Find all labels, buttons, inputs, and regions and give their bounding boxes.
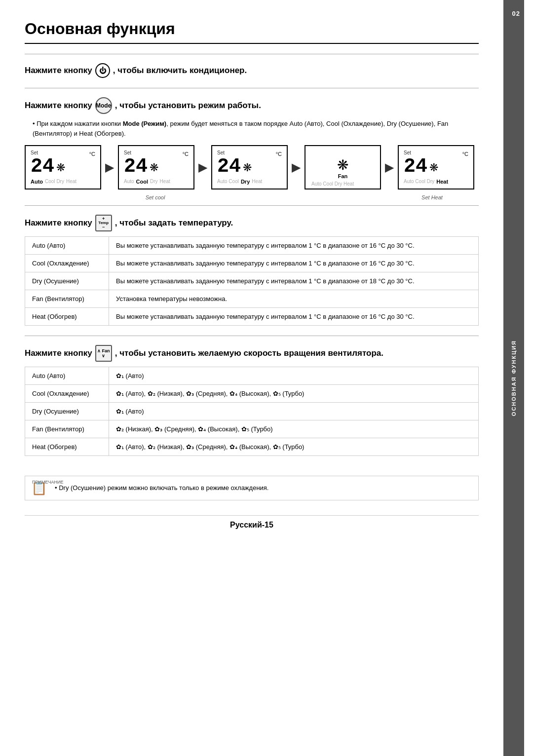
fan-table: Auto (Авто) ✿₁ (Авто) Cool (Охлаждение) … — [25, 367, 479, 456]
fan-desc-cool: ✿₁ (Авто), ✿₂ (Низкая), ✿₃ (Средняя), ✿₄… — [109, 385, 479, 403]
auto-mode-active: Auto — [31, 179, 43, 185]
table-row: Fan (Вентилятор) Установка температуры н… — [25, 290, 479, 308]
mode-instruction: Нажмите кнопку Mode , чтобы установить р… — [25, 97, 479, 114]
displays-row: Set °C 24 ❋ Auto Cool Dry Heat — [25, 145, 479, 189]
fan-button-icon: ∧ Fan ∨ — [95, 345, 112, 362]
table-row: Fan (Вентилятор) ✿₂ (Низкая), ✿₃ (Средня… — [25, 420, 479, 438]
temp-section: Нажмите кнопку + Temp − , чтобы задать т… — [25, 205, 479, 336]
set-cool-label: Set cool — [117, 194, 193, 200]
fan-mode-fan: Fan (Вентилятор) — [25, 420, 109, 438]
heat-mode-heat: Heat — [436, 179, 448, 185]
temp-mode-cool: Cool (Охлаждение) — [25, 255, 109, 272]
display-fan: ❋ Fan Auto Cool Dry Heat — [305, 145, 381, 189]
temp-desc-heat: Вы можете устанавливать заданную темпера… — [109, 308, 479, 326]
auto-mode-heat: Heat — [66, 179, 76, 185]
arrow-3: ▶ — [292, 160, 301, 174]
heat-mode-auto: Auto Cool Dry — [404, 179, 434, 185]
fan-desc-heat: ✿₁ (Авто), ✿₂ (Низкая), ✿₃ (Средняя), ✿₄… — [109, 438, 479, 456]
power-suffix: , чтобы включить кондиционер. — [113, 66, 247, 76]
fan-mode-dry: Dry (Осушение) — [25, 403, 109, 420]
cool-mode-auto: Auto — [124, 179, 134, 185]
auto-fan-sym: ❋ — [56, 161, 65, 174]
temp-prefix: Нажмите кнопку — [25, 218, 92, 228]
dry-temp: 24 — [217, 157, 241, 177]
fan-desc-auto: ✿₁ (Авто) — [109, 367, 479, 385]
table-row: Cool (Охлаждение) ✿₁ (Авто), ✿₂ (Низкая)… — [25, 385, 479, 403]
sidebar-number: 02 — [512, 10, 520, 17]
fan-mode-cool: Cool (Охлаждение) — [25, 385, 109, 403]
mode-suffix: , чтобы установить режим работы. — [115, 101, 261, 111]
arrow-2: ▶ — [198, 160, 207, 174]
auto-deg: °C — [89, 151, 95, 157]
temp-mode-fan: Fan (Вентилятор) — [25, 290, 109, 308]
dry-set-label: Set — [217, 150, 225, 155]
note-text: Dry (Осушение) режим можно включать толь… — [59, 484, 268, 491]
mode-bullet: • При каждом нажатии кнопки Mode (Режим)… — [33, 119, 479, 138]
table-row: Heat (Обогрев) Вы можете устанавливать з… — [25, 308, 479, 326]
auto-mode-cool: Cool Dry — [45, 179, 64, 185]
cool-fan-sym: ❋ — [150, 161, 158, 174]
heat-temp: 24 — [404, 157, 427, 177]
dry-deg: °C — [276, 151, 282, 157]
temp-desc-dry: Вы можете устанавливать заданную темпера… — [109, 272, 479, 290]
temp-mode-dry: Dry (Осушение) — [25, 272, 109, 290]
heat-fan-sym: ❋ — [429, 161, 438, 174]
heat-set-label: Set — [404, 150, 411, 155]
table-row: Auto (Авто) ✿₁ (Авто) — [25, 367, 479, 385]
cool-set-label: Set — [124, 150, 131, 155]
fan-instruction: Нажмите кнопку ∧ Fan ∨ , чтобы установит… — [25, 345, 479, 362]
arrow-1: ▶ — [105, 160, 114, 174]
dry-fan-sym: ❋ — [243, 161, 252, 174]
display-cool: Set °C 24 ❋ Auto Cool Dry Heat — [118, 145, 194, 189]
temp-instruction: Нажмите кнопку + Temp − , чтобы задать т… — [25, 215, 479, 231]
power-section: Нажмите кнопку ⏻ , чтобы включить кондиц… — [25, 54, 479, 88]
heat-deg: °C — [462, 151, 468, 157]
fan-prefix: Нажмите кнопку — [25, 348, 92, 358]
temp-table: Auto (Авто) Вы можете устанавливать зада… — [25, 236, 479, 326]
display-dry: Set °C 24 ❋ Auto Cool Dry Heat — [211, 145, 288, 189]
cool-mode-dry: Dry — [150, 179, 158, 185]
mode-prefix: Нажмите кнопку — [25, 101, 92, 111]
note-label-top: ПРИМЕЧАНИЕ — [32, 479, 63, 486]
fan-desc-dry: ✿₁ (Авто) — [109, 403, 479, 420]
table-row: Auto (Авто) Вы можете устанавливать зада… — [25, 237, 479, 255]
fan-mode-label: Fan — [338, 173, 348, 179]
fan-symbol: ❋ — [337, 157, 348, 173]
cool-mode-heat: Heat — [160, 179, 170, 185]
display-heat: Set °C 24 ❋ Auto Cool Dry Heat — [398, 145, 474, 189]
sidebar: 02 ОСНОВНАЯ ФУНКЦИЯ — [503, 0, 524, 756]
fan-mode-auto: Auto (Авто) — [25, 367, 109, 385]
fan-mode-heat: Heat (Обогрев) — [25, 438, 109, 456]
temp-suffix: , чтобы задать температуру. — [115, 218, 233, 228]
footer-text: Русский-15 — [230, 521, 273, 529]
set-heat-label: Set Heat — [394, 194, 470, 200]
table-row: Heat (Обогрев) ✿₁ (Авто), ✿₂ (Низкая), ✿… — [25, 438, 479, 456]
fan-suffix: , чтобы установить желаемую скорость вра… — [115, 348, 383, 358]
page-footer: Русский-15 — [25, 515, 479, 529]
fan-desc-fan: ✿₂ (Низкая), ✿₃ (Средняя), ✿₄ (Высокая),… — [109, 420, 479, 438]
temp-mode-auto: Auto (Авто) — [25, 237, 109, 255]
mode-section: Нажмите кнопку Mode , чтобы установить р… — [25, 88, 479, 205]
table-row: Dry (Осушение) Вы можете устанавливать з… — [25, 272, 479, 290]
dry-mode-heat: Heat — [252, 179, 262, 185]
fan-section: Нажмите кнопку ∧ Fan ∨ , чтобы установит… — [25, 336, 479, 466]
temp-desc-fan: Установка температуры невозможна. — [109, 290, 479, 308]
arrow-4: ▶ — [385, 160, 394, 174]
power-prefix: Нажмите кнопку — [25, 66, 92, 76]
auto-set-label: Set — [31, 150, 38, 155]
cool-mode-cool: Cool — [136, 179, 148, 185]
note-box: 📋 ПРИМЕЧАНИЕ • Dry (Осушение) режим можн… — [25, 476, 479, 500]
temp-mode-heat: Heat (Обогрев) — [25, 308, 109, 326]
display-auto: Set °C 24 ❋ Auto Cool Dry Heat — [25, 145, 101, 189]
sidebar-label: ОСНОВНАЯ ФУНКЦИЯ — [511, 340, 517, 416]
page-title: Основная функция — [25, 20, 479, 44]
temp-desc-cool: Вы можете устанавливать заданную темпера… — [109, 255, 479, 272]
auto-temp: 24 — [31, 157, 54, 177]
temp-desc-auto: Вы можете устанавливать заданную темпера… — [109, 237, 479, 255]
dry-mode-dry: Dry — [241, 179, 250, 185]
table-row: Dry (Осушение) ✿₁ (Авто) — [25, 403, 479, 420]
cool-temp: 24 — [124, 157, 148, 177]
power-icon: ⏻ — [95, 63, 110, 78]
temp-button-icon: + Temp − — [95, 215, 112, 231]
power-instruction: Нажмите кнопку ⏻ , чтобы включить кондиц… — [25, 63, 479, 78]
